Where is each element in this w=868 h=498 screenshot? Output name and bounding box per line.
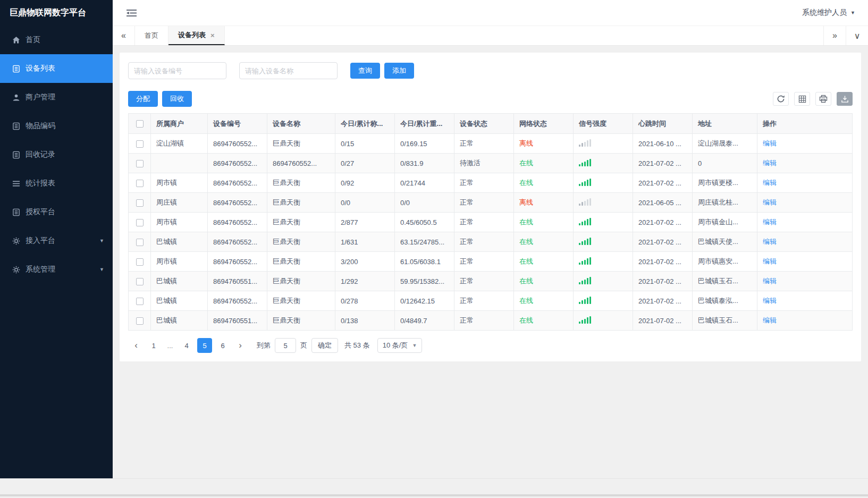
device-status-cell: 正常 [454,311,514,331]
signal-strength-icon [579,139,591,147]
table-row: 周庄镇8694760552...巨鼎天衡0/00/0正常离线2021-06-05… [129,193,853,213]
horizontal-scrollbar[interactable] [0,494,868,496]
page-size-value: 10 条/页 [383,341,408,350]
row-checkbox[interactable] [136,239,144,246]
row-checkbox[interactable] [136,298,144,305]
edit-link[interactable]: 编辑 [763,218,777,226]
edit-link[interactable]: 编辑 [763,159,777,167]
device-status-cell: 正常 [454,272,514,291]
page-jump-input[interactable] [275,338,296,353]
checkbox-cell [129,213,151,232]
row-checkbox[interactable] [136,180,144,187]
count-cell: 0/15 [335,134,395,154]
address-cell: 周市镇惠安... [693,252,757,272]
print-icon[interactable] [815,92,831,106]
next-page-icon[interactable]: › [233,338,247,353]
heartbeat-cell: 2021-07-02 ... [633,311,693,331]
page-button-4[interactable]: 4 [179,338,194,353]
row-checkbox[interactable] [136,140,144,148]
sidebar-item-recycle-record[interactable]: 回收记录 [0,140,113,169]
action-cell: 编辑 [757,154,853,173]
device-no-cell: 8694760551... [208,311,267,331]
jump-confirm-button[interactable]: 确定 [311,338,338,353]
merchant-cell: 周市镇 [151,213,208,232]
edit-link[interactable]: 编辑 [763,198,777,206]
signal-cell [574,213,633,232]
edit-link[interactable]: 编辑 [763,277,777,285]
assign-button[interactable]: 分配 [128,91,158,107]
network-status-cell: 在线 [514,311,574,331]
sidebar-item-access-platform[interactable]: 接入平台▼ [0,226,113,255]
sidebar-item-device-list[interactable]: 设备列表 [0,54,113,83]
row-checkbox[interactable] [136,317,144,325]
weight-cell: 0.45/6050.5 [395,213,454,232]
tabs-scroll-left-icon[interactable]: « [113,26,135,45]
device-no-cell: 8694760551... [208,272,267,291]
device-status-cell: 正常 [454,252,514,272]
tab-home[interactable]: 首页 [135,26,168,45]
count-cell: 1/292 [335,272,395,291]
recycle-button[interactable]: 回收 [162,91,192,107]
device-no-input[interactable] [128,62,226,79]
page-size-select[interactable]: 10 条/页 ▼ [377,338,423,353]
tab-label: 首页 [145,31,158,40]
sidebar-item-item-code[interactable]: 物品编码 [0,112,113,140]
prev-page-icon[interactable]: ‹ [129,338,143,353]
page-button-5[interactable]: 5 [197,338,212,353]
device-name-input[interactable] [239,62,338,79]
sidebar-collapse-icon[interactable] [127,9,137,17]
row-checkbox[interactable] [136,160,144,167]
table-header-row: 所属商户设备编号设备名称今日/累计称...今日/累计重...设备状态网络状态信号… [129,114,853,134]
edit-link[interactable]: 编辑 [763,297,777,305]
column-header: 所属商户 [151,114,208,134]
edit-link[interactable]: 编辑 [763,257,777,265]
sidebar-item-auth-platform[interactable]: 授权平台 [0,198,113,226]
table-row: 周市镇8694760552...巨鼎天衡3/20061.05/6038.1正常在… [129,252,853,272]
chevron-down-icon: ▼ [412,343,417,348]
device-no-cell: 8694760552... [208,193,267,213]
select-all-checkbox[interactable] [136,120,144,128]
network-status-cell: 在线 [514,272,574,291]
sidebar-item-system-mgmt[interactable]: 系统管理▼ [0,255,113,284]
user-menu[interactable]: 系统维护人员 ▼ [802,8,855,18]
sidebar-item-home[interactable]: 首页 [0,26,113,54]
checkbox-cell [129,311,151,331]
device-no-cell: 8694760552... [208,252,267,272]
edit-link[interactable]: 编辑 [763,238,777,246]
edit-link[interactable]: 编辑 [763,179,777,187]
refresh-icon[interactable] [773,92,789,106]
topbar: 系统维护人员 ▼ [113,0,868,26]
column-header: 设备状态 [454,114,514,134]
query-button[interactable]: 查询 [350,63,380,79]
signal-strength-icon [579,297,591,304]
close-icon[interactable]: × [210,31,215,39]
row-checkbox[interactable] [136,258,144,266]
edit-link[interactable]: 编辑 [763,316,777,324]
column-settings-icon[interactable] [794,92,810,106]
tabs-scroll-right-icon[interactable]: » [823,26,846,45]
signal-strength-icon [579,198,591,206]
brand-title: 巨鼎物联网数字平台 [0,0,113,26]
count-cell: 0/278 [335,291,395,311]
sidebar-item-merchant-mgmt[interactable]: 商户管理 [0,83,113,112]
heartbeat-cell: 2021-07-02 ... [633,232,693,252]
device-no-cell: 8694760552... [208,291,267,311]
row-checkbox[interactable] [136,278,144,285]
tab-device-list[interactable]: 设备列表× [168,26,225,45]
merchant-cell: 周市镇 [151,173,208,193]
row-checkbox[interactable] [136,219,144,226]
page-button-1[interactable]: 1 [146,338,161,353]
checkbox-cell [129,193,151,213]
row-checkbox[interactable] [136,199,144,207]
gear-icon [12,265,20,274]
export-icon[interactable] [837,92,853,106]
device-no-cell: 8694760552... [208,154,267,173]
add-button[interactable]: 添加 [384,63,414,79]
sidebar-item-stats-report[interactable]: 统计报表 [0,169,113,198]
tabs-menu-icon[interactable]: ∨ [846,26,868,45]
user-name: 系统维护人员 [802,8,847,18]
chevron-down-icon: ▼ [99,267,104,272]
edit-link[interactable]: 编辑 [763,139,777,147]
page-button-6[interactable]: 6 [215,338,230,353]
checkbox-cell [129,154,151,173]
